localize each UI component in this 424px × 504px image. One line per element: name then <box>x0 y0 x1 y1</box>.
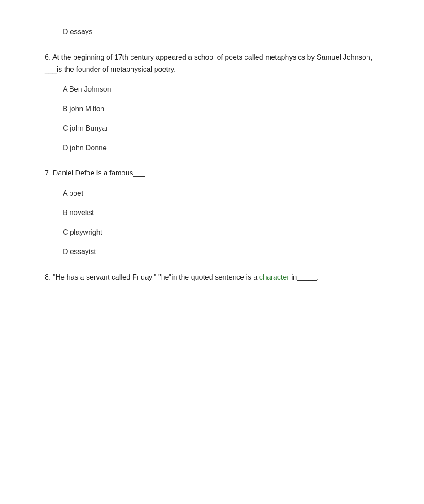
q8-text-before: 8. "He has a servant called Friday." "he… <box>45 273 259 281</box>
q6-option-a: A Ben Johnson <box>63 83 379 95</box>
prev-answer-d: D essays <box>63 26 379 38</box>
question-6: 6. At the beginning of 17th century appe… <box>45 51 379 75</box>
q7-option-a: A poet <box>63 188 379 199</box>
q6-option-c: C john Bunyan <box>63 123 379 134</box>
q8-text-after: in_____. <box>289 273 319 281</box>
q7-option-c: C playwright <box>63 227 379 238</box>
question-8: 8. "He has a servant called Friday." "he… <box>45 271 379 283</box>
q6-option-b: B john Milton <box>63 103 379 115</box>
q7-option-d: D essayist <box>63 246 379 258</box>
q6-option-d: D john Donne <box>63 142 379 154</box>
question-7: 7. Daniel Defoe is a famous___. <box>45 167 379 179</box>
q7-option-b: B novelist <box>63 207 379 219</box>
q8-link-character[interactable]: character <box>259 273 289 281</box>
